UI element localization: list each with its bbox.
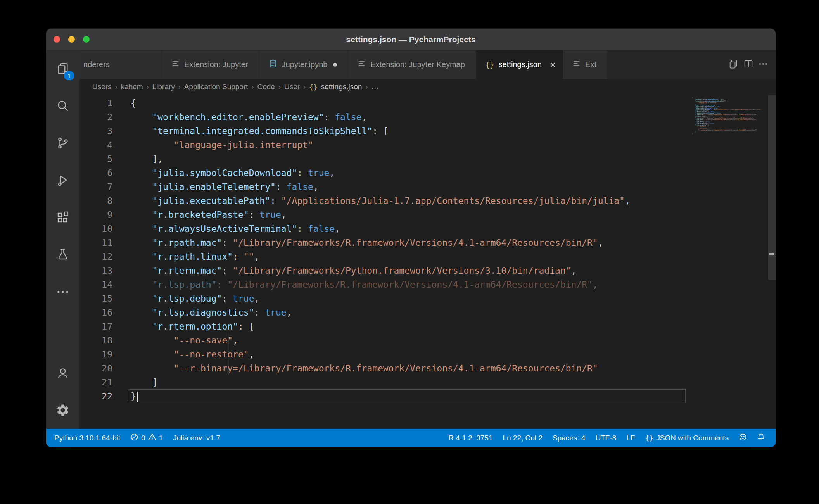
zoom-window-button[interactable]: [83, 36, 90, 43]
minimap[interactable]: { "workbench.editor.enablePreview": fals…: [692, 97, 766, 148]
line-content: "julia.enableTelemetry": false,: [128, 180, 686, 194]
notebook-icon: [269, 59, 278, 70]
tab-label: Ext: [585, 60, 596, 69]
line-number: 12: [79, 250, 112, 264]
status-cursor-position[interactable]: Ln 22, Col 2: [498, 429, 547, 447]
breadcrumb-item-user[interactable]: User: [284, 83, 300, 91]
breadcrumb-item-code[interactable]: Code: [257, 83, 275, 91]
code-line[interactable]: 4 "language-julia.interrupt": [79, 138, 686, 152]
warnings-icon: [148, 433, 156, 443]
code-line[interactable]: 21 ]: [79, 375, 686, 389]
code-line[interactable]: 15 "r.lsp.debug": true,: [79, 292, 686, 306]
code-line[interactable]: 16 "r.lsp.diagnostics": true,: [79, 306, 686, 319]
close-icon[interactable]: ×: [550, 60, 556, 70]
minimize-window-button[interactable]: [68, 36, 75, 43]
code-line[interactable]: 13 "r.rterm.mac": "/Library/Frameworks/P…: [79, 264, 686, 278]
code-line[interactable]: 6 "julia.symbolCacheDownload": true,: [79, 166, 686, 180]
status-eol[interactable]: LF: [621, 429, 640, 447]
code-line[interactable]: 19 "--no-restore",: [79, 347, 686, 361]
vscode-window: settings.json — PycharmProjects 1 nderer…: [46, 29, 776, 447]
activity-item-run-debug[interactable]: [50, 169, 75, 193]
breadcrumb-item-kahem[interactable]: kahem: [121, 83, 143, 91]
code-line[interactable]: 1{: [79, 96, 686, 110]
activity-item-source-control[interactable]: [50, 131, 75, 156]
code-line[interactable]: 2 "workbench.editor.enablePreview": fals…: [79, 110, 686, 124]
tab-ext[interactable]: Ext: [563, 50, 608, 79]
breadcrumb-item-application-support[interactable]: Application Support: [184, 83, 248, 91]
editor[interactable]: 1{2 "workbench.editor.enablePreview": fa…: [79, 95, 776, 429]
line-content: {: [128, 96, 686, 110]
close-window-button[interactable]: [54, 36, 60, 43]
status-encoding[interactable]: UTF-8: [590, 429, 621, 447]
line-number: 22: [79, 389, 112, 403]
code-line[interactable]: 17 "r.rterm.option": [: [79, 319, 686, 333]
line-number: 16: [79, 306, 112, 319]
json-braces-icon: {}: [486, 60, 494, 69]
scrollbar-thumb[interactable]: [768, 95, 776, 280]
tab-jupyter-ipynb[interactable]: Jupyter.ipynb: [259, 50, 349, 79]
breadcrumb-item-users[interactable]: Users: [92, 83, 112, 91]
vertical-scrollbar: [768, 95, 776, 429]
line-number: 1: [79, 96, 112, 110]
tab-nderers[interactable]: nderers: [79, 50, 162, 79]
status-r-version[interactable]: R 4.1.2: 3751: [443, 429, 498, 447]
code-line[interactable]: 12 "r.rpath.linux": "",: [79, 250, 686, 264]
status-label: JSON with Comments: [656, 434, 729, 442]
line-number: 2: [79, 110, 112, 124]
breadcrumb-item-library[interactable]: Library: [152, 83, 175, 91]
status-language-mode[interactable]: {}JSON with Comments: [640, 429, 734, 447]
line-number: 15: [79, 292, 112, 306]
tab-extension-jupyter-keymap[interactable]: Extension: Jupyter Keymap: [348, 50, 476, 79]
status-bar-right: R 4.1.2: 3751Ln 22, Col 2Spaces: 4UTF-8L…: [443, 429, 770, 447]
breadcrumb: Users›kahem›Library›Application Support›…: [79, 79, 776, 95]
status-problems[interactable]: 01: [125, 429, 168, 447]
code-line[interactable]: 5 ],: [79, 152, 686, 166]
code-line[interactable]: 18 "--no-save",: [79, 333, 686, 347]
code-line[interactable]: 8 "julia.executablePath": "/Applications…: [79, 194, 686, 208]
line-content: "--r-binary=/Library/Frameworks/R.framew…: [128, 361, 686, 375]
tab-bar: nderersExtension: JupyterJupyter.ipynbEx…: [79, 50, 776, 79]
activity-item-settings[interactable]: [50, 399, 75, 423]
minimap-content: { "workbench.editor.enablePreview": fals…: [692, 97, 766, 135]
code-line[interactable]: 10 "r.alwaysUseActiveTerminal": false,: [79, 222, 686, 236]
line-number: 17: [79, 319, 112, 333]
code-line[interactable]: 7 "julia.enableTelemetry": false,: [79, 180, 686, 194]
activity-item-account[interactable]: [50, 361, 75, 386]
status-julia-env[interactable]: Julia env: v1.7: [168, 429, 225, 447]
activity-item-extensions[interactable]: [50, 206, 75, 231]
line-content: "language-julia.interrupt": [128, 138, 686, 152]
line-number: 4: [79, 138, 112, 152]
tab-extension-jupyter[interactable]: Extension: Jupyter: [162, 50, 259, 79]
code-line[interactable]: 3 "terminal.integrated.commandsToSkipShe…: [79, 124, 686, 138]
line-content: "terminal.integrated.commandsToSkipShell…: [128, 124, 686, 138]
title-bar[interactable]: settings.json — PycharmProjects: [46, 29, 776, 50]
activity-item-explorer[interactable]: 1: [50, 57, 75, 82]
tab-settings-json[interactable]: {}settings.json×: [476, 50, 563, 79]
status-feedback[interactable]: [734, 429, 752, 447]
activity-badge: 1: [64, 71, 74, 80]
status-indentation[interactable]: Spaces: 4: [548, 429, 591, 447]
line-number: 6: [79, 166, 112, 180]
status-python-interpreter[interactable]: Python 3.10.1 64-bit: [49, 429, 125, 447]
line-content: "julia.symbolCacheDownload": true,: [128, 166, 686, 180]
extensions-icon: [56, 211, 70, 226]
breadcrumb-item-settings-json[interactable]: settings.json: [321, 83, 362, 91]
status-notifications[interactable]: [752, 429, 770, 447]
breadcrumb-item-[interactable]: …: [371, 83, 378, 91]
code-line[interactable]: 11 "r.rpath.mac": "/Library/Frameworks/R…: [79, 236, 686, 250]
line-content: "r.rterm.mac": "/Library/Frameworks/Pyth…: [128, 264, 686, 278]
line-number: 19: [79, 347, 112, 361]
code-line[interactable]: 14 "r.lsp.path": "/Library/Frameworks/R.…: [79, 278, 686, 292]
warnings-count: 1: [159, 434, 163, 442]
activity-item-search[interactable]: [50, 94, 75, 119]
activity-item-testing[interactable]: [50, 243, 75, 268]
code-line[interactable]: 22}: [79, 389, 686, 403]
line-content: "r.lsp.diagnostics": true,: [128, 306, 686, 319]
more-actions-icon[interactable]: [758, 59, 769, 71]
copy-icon[interactable]: [728, 59, 739, 71]
code-line[interactable]: 20 "--r-binary=/Library/Frameworks/R.fra…: [79, 361, 686, 375]
text-cursor: [137, 392, 138, 402]
activity-item-more[interactable]: [50, 280, 75, 305]
code-line[interactable]: 9 "r.bracketedPaste": true,: [79, 208, 686, 222]
split-editor-icon[interactable]: [743, 59, 754, 71]
